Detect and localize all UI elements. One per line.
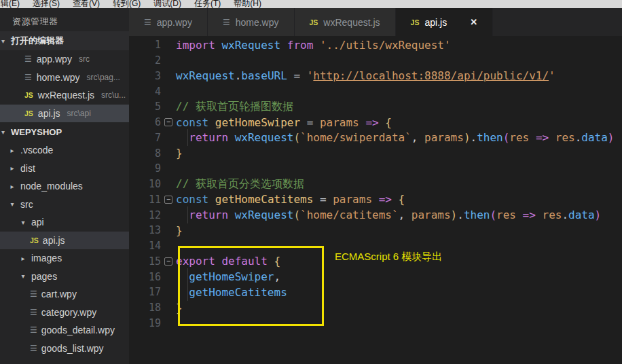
- tab-wxRequest.js[interactable]: JSwxRequest.js: [295, 8, 396, 36]
- fold-icon[interactable]: −: [164, 118, 172, 126]
- wpy-file-icon: ☰: [30, 344, 37, 352]
- chevron-right-icon: ▸: [8, 147, 16, 154]
- close-icon[interactable]: ✕: [470, 17, 477, 27]
- tab-api.js[interactable]: JSapi.js✕: [396, 8, 493, 36]
- code-lines: 1import wxRequest from '../utils/wxReque…: [129, 36, 622, 331]
- tab-label: wxRequest.js: [323, 17, 380, 28]
- js-file-icon: JS: [24, 91, 33, 99]
- tree-folder-images[interactable]: ▸images: [0, 249, 129, 268]
- line-number: 6: [129, 116, 161, 128]
- tree-item-label: src: [20, 199, 33, 210]
- code-text: import wxRequest from '../utils/wxReques…: [176, 39, 451, 52]
- tree-folder-pages[interactable]: ▾pages: [0, 268, 129, 286]
- chevron-down-icon: ▾: [8, 200, 16, 208]
- wpy-file-icon: ☰: [30, 326, 37, 334]
- explorer-sidebar: 资源管理器 ▾ 打开的编辑器 ☰app.wpysrc☰home.wpysrc\p…: [0, 8, 129, 364]
- code-text: export default {: [176, 255, 280, 268]
- code-line: 10// 获取首页分类选项数据: [129, 177, 622, 192]
- menu-item[interactable]: 调试(D): [153, 0, 181, 8]
- fold-icon[interactable]: −: [164, 196, 172, 204]
- tree-folder-dist[interactable]: ▸dist: [0, 160, 129, 178]
- code-text: }: [176, 147, 183, 160]
- chevron-down-icon: ▾: [19, 272, 27, 280]
- code-line: 8}: [129, 145, 622, 161]
- tree-item-label: goods_detail.wpy: [41, 325, 115, 335]
- file-path: src\pag...: [87, 73, 120, 82]
- line-number: 13: [129, 224, 161, 236]
- tab-label: api.js: [424, 17, 447, 28]
- indent-guide-line: [187, 284, 188, 301]
- line-number: 7: [129, 132, 161, 144]
- fold-column: −: [161, 118, 176, 126]
- open-editor-item[interactable]: JSapi.jssrc\api: [0, 105, 129, 123]
- tree-folder-.vscode[interactable]: ▸.vscode: [0, 141, 129, 160]
- fold-icon[interactable]: −: [164, 257, 172, 266]
- file-path: src: [79, 54, 90, 64]
- tree-item-label: node_modules: [20, 181, 83, 192]
- wpy-file-icon: ☰: [30, 290, 37, 298]
- code-line: 18}: [129, 300, 622, 316]
- code-line: 1import wxRequest from '../utils/wxReque…: [129, 37, 622, 53]
- fold-column: −: [161, 257, 176, 266]
- js-file-icon: JS: [411, 18, 420, 26]
- menu-item[interactable]: 辑(E): [1, 0, 20, 8]
- line-number: 18: [129, 302, 161, 314]
- line-number: 1: [129, 39, 161, 51]
- code-text: const getHomeCatitems = params => {: [176, 193, 405, 206]
- tree-item-label: goods_list.wpy: [41, 343, 104, 354]
- file-path: src\u...: [101, 90, 126, 100]
- tab-home.wpy[interactable]: ☰home.wpy: [208, 8, 295, 36]
- tree-folder-src[interactable]: ▾src: [0, 196, 129, 214]
- tab-bar: ☰app.wpy☰home.wpyJSwxRequest.jsJSapi.js✕: [129, 8, 622, 36]
- code-text: // 获取首页分类选项数据: [176, 177, 304, 192]
- menu-item[interactable]: 查看(V): [73, 0, 100, 8]
- open-editor-item[interactable]: ☰app.wpysrc: [0, 50, 129, 69]
- menu-item[interactable]: 选择(S): [33, 0, 60, 8]
- line-number: 4: [129, 86, 161, 98]
- code-text: const getHomeSwiper = params => {: [176, 116, 392, 129]
- line-number: 11: [129, 194, 161, 206]
- line-number: 5: [129, 101, 161, 113]
- code-text: return wxRequest(`home/catitems`, params…: [176, 208, 601, 221]
- open-editor-item[interactable]: ☰home.wpysrc\pag...: [0, 69, 129, 87]
- file-name: home.wpy: [37, 72, 80, 83]
- tree-folder-node_modules[interactable]: ▸node_modules: [0, 177, 129, 196]
- tab-label: home.wpy: [236, 17, 279, 28]
- tab-app.wpy[interactable]: ☰app.wpy: [129, 8, 208, 36]
- tree-file-goods_list.wpy[interactable]: ☰goods_list.wpy: [0, 340, 129, 358]
- code-line: 13}: [129, 223, 622, 238]
- menu-bar: 辑(E)选择(S)查看(V)转到(G)调试(D)任务(T)帮助(H): [0, 0, 622, 8]
- indent-guide-line: [187, 206, 188, 223]
- tree-item-label: pages: [31, 271, 57, 282]
- open-editors-header[interactable]: ▾ 打开的编辑器: [0, 31, 129, 50]
- chevron-down-icon: ▾: [19, 219, 27, 226]
- vscode-window: 辑(E)选择(S)查看(V)转到(G)调试(D)任务(T)帮助(H) 资源管理器…: [0, 0, 622, 364]
- line-number: 15: [129, 255, 161, 268]
- menu-item[interactable]: 帮助(H): [234, 0, 261, 8]
- menu-items: 辑(E)选择(S)查看(V)转到(G)调试(D)任务(T)帮助(H): [0, 0, 622, 8]
- wpy-file-icon: ☰: [24, 55, 32, 63]
- file-name: wxRequest.js: [38, 90, 94, 101]
- indent-guide-line: [187, 268, 188, 285]
- code-line: 6−const getHomeSwiper = params => {: [129, 115, 622, 130]
- line-number: 2: [129, 54, 161, 67]
- code-editor[interactable]: 1import wxRequest from '../utils/wxReque…: [129, 36, 622, 364]
- tree-file-api.js[interactable]: JSapi.js: [0, 232, 129, 250]
- tree-file-category.wpy[interactable]: ☰category.wpy: [0, 304, 129, 322]
- open-editors-list: ☰app.wpysrc☰home.wpysrc\pag...JSwxReques…: [0, 50, 129, 122]
- tree-file-goods_detail.wpy[interactable]: ☰goods_detail.wpy: [0, 321, 129, 340]
- tree-file-cart.wpy[interactable]: ☰cart.wpy: [0, 285, 129, 304]
- line-number: 8: [129, 147, 161, 160]
- file-path: src\api: [67, 109, 91, 118]
- project-header[interactable]: ▾ WEPYSHOP: [0, 122, 129, 141]
- file-name: app.wpy: [37, 54, 72, 65]
- code-text: getHomeSwiper,: [176, 270, 280, 283]
- tree-folder-api[interactable]: ▾api: [0, 213, 129, 232]
- menu-item[interactable]: 任务(T): [194, 0, 221, 8]
- code-line: 5// 获取首页轮播图数据: [129, 99, 622, 115]
- open-editor-item[interactable]: JSwxRequest.jssrc\u...: [0, 86, 129, 105]
- menu-item[interactable]: 转到(G): [113, 0, 141, 8]
- file-name: api.js: [38, 108, 60, 119]
- js-file-icon: JS: [310, 18, 318, 26]
- code-line: 17 getHomeCatitems: [129, 285, 622, 300]
